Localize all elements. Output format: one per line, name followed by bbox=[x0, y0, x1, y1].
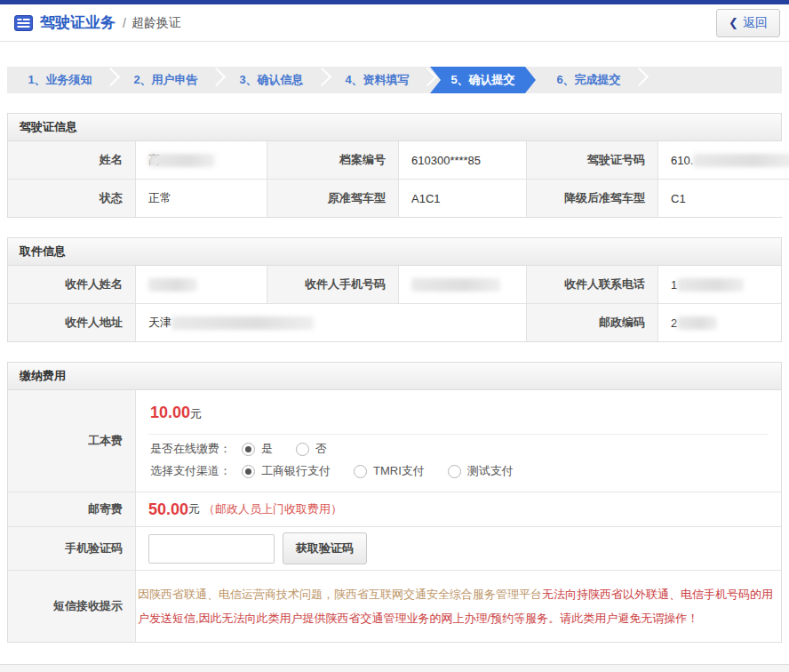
sms-code-cell: 获取验证码 bbox=[136, 527, 781, 570]
recipient-mobile-label: 收件人手机号码 bbox=[267, 266, 399, 303]
step-separator-icon bbox=[630, 68, 649, 86]
pickup-info-section: 取件信息 收件人姓名 收件人手机号码 收件人联系电话 1 收件人地址 天津 邮政… bbox=[7, 237, 782, 342]
fees-title: 缴纳费用 bbox=[8, 363, 781, 390]
status-value: 正常 bbox=[136, 180, 267, 217]
online-payment-yes-option[interactable]: 是 bbox=[242, 441, 273, 457]
back-chevron-icon: ❮ bbox=[729, 16, 738, 29]
postage-fee-unit: 元 bbox=[188, 501, 200, 517]
redacted-recipient-name bbox=[148, 278, 197, 292]
fees-section: 缴纳费用 工本费 10.00元 是否在线缴费： 是 否 bbox=[7, 362, 782, 643]
recipient-name-value bbox=[136, 266, 267, 303]
footer-action-bar: 上一步 完成 bbox=[0, 664, 789, 672]
license-info-section: 驾驶证信息 姓名 高 档案编号 610300****85 驾驶证号码 610. … bbox=[7, 113, 782, 218]
postcode-label: 邮政编码 bbox=[527, 304, 658, 341]
redacted-recipient-mobile bbox=[411, 278, 500, 292]
breadcrumb-current: 超龄换证 bbox=[132, 15, 181, 31]
card-fee-cell: 10.00元 是否在线缴费： 是 否 选择支付渠道： bbox=[136, 390, 781, 492]
online-payment-question-row: 是否在线缴费： 是 否 bbox=[148, 435, 769, 457]
payment-channel-question: 选择支付渠道： bbox=[150, 463, 231, 479]
channel-icbc-option[interactable]: 工商银行支付 bbox=[242, 463, 331, 479]
postage-fee-amount: 50.00 bbox=[148, 500, 188, 519]
license-no-value: 610. bbox=[658, 141, 789, 179]
sms-code-input[interactable] bbox=[148, 534, 275, 564]
downgraded-class-label: 降级后准驾车型 bbox=[527, 180, 658, 217]
license-info-title: 驾驶证信息 bbox=[8, 114, 781, 141]
step-4-fill-materials[interactable]: 4、资料填写 bbox=[324, 67, 430, 93]
payment-channel-row: 选择支付渠道： 工商银行支付 TMRI支付 测试支付 bbox=[148, 457, 769, 479]
recipient-mobile-value bbox=[399, 266, 527, 303]
card-fee-label: 工本费 bbox=[8, 390, 136, 492]
pickup-info-table: 收件人姓名 收件人手机号码 收件人联系电话 1 收件人地址 天津 邮政编码 2 bbox=[8, 266, 781, 341]
postage-fee-note: （邮政人员上门收取费用） bbox=[203, 501, 342, 517]
card-fee-amount-row: 10.00元 bbox=[148, 390, 769, 435]
step-3-confirm-info[interactable]: 3、确认信息 bbox=[219, 67, 324, 93]
archive-no-label: 档案编号 bbox=[267, 141, 399, 179]
step-5-confirm-submit-active[interactable]: 5、确认提交 bbox=[430, 67, 536, 93]
page-header: 驾驶证业务 / 超龄换证 ❮ 返回 bbox=[0, 4, 789, 42]
back-button[interactable]: ❮ 返回 bbox=[716, 9, 780, 37]
channel-test-option[interactable]: 测试支付 bbox=[448, 463, 514, 479]
radio-unchecked-icon[interactable] bbox=[354, 465, 367, 478]
postage-fee-label: 邮寄费 bbox=[8, 492, 136, 526]
redacted-recipient-phone bbox=[677, 278, 744, 292]
redacted-name bbox=[148, 154, 215, 167]
sms-notice-label: 短信接收提示 bbox=[8, 571, 136, 642]
step-2-user-declaration[interactable]: 2、用户申告 bbox=[113, 67, 219, 93]
sms-notice-cell: 因陕西省联通、电信运营商技术问题，陕西省互联网交通安全综合服务管理平台无法向持陕… bbox=[136, 571, 781, 642]
sms-code-label: 手机验证码 bbox=[8, 527, 136, 570]
radio-unchecked-icon[interactable] bbox=[448, 465, 461, 478]
recipient-name-label: 收件人姓名 bbox=[8, 266, 136, 303]
status-label: 状态 bbox=[8, 180, 136, 217]
pickup-info-title: 取件信息 bbox=[8, 238, 781, 266]
get-sms-code-button[interactable]: 获取验证码 bbox=[283, 532, 367, 564]
page: 驾驶证业务 / 超龄换证 ❮ 返回 1、业务须知 2、用户申告 3、确认信息 4… bbox=[0, 0, 789, 672]
recipient-phone-value: 1 bbox=[658, 266, 781, 303]
recipient-phone-label: 收件人联系电话 bbox=[527, 266, 658, 303]
downgraded-class-value: C1 bbox=[658, 180, 789, 217]
back-button-label: 返回 bbox=[743, 15, 768, 31]
step-1-business-notice[interactable]: 1、业务须知 bbox=[7, 67, 113, 93]
archive-no-value: 610300****85 bbox=[399, 141, 527, 179]
name-label: 姓名 bbox=[8, 141, 136, 179]
postcode-value: 2 bbox=[658, 304, 781, 341]
redacted-recipient-address bbox=[171, 316, 314, 330]
radio-checked-icon[interactable] bbox=[242, 465, 255, 478]
postage-fee-cell: 50.00元 （邮政人员上门收取费用） bbox=[136, 492, 781, 526]
recipient-address-label: 收件人地址 bbox=[8, 304, 136, 341]
license-no-label: 驾驶证号码 bbox=[527, 141, 658, 179]
page-title: 驾驶证业务 bbox=[40, 12, 116, 33]
fees-table: 工本费 10.00元 是否在线缴费： 是 否 选 bbox=[8, 390, 781, 642]
radio-unchecked-icon[interactable] bbox=[296, 443, 309, 456]
card-fee-unit: 元 bbox=[190, 407, 202, 420]
step-6-complete-submit[interactable]: 6、完成提交 bbox=[536, 67, 642, 93]
step-wizard: 1、业务须知 2、用户申告 3、确认信息 4、资料填写 5、确认提交 6、完成提… bbox=[7, 67, 782, 93]
card-fee-amount: 10.00 bbox=[150, 404, 190, 421]
original-class-label: 原准驾车型 bbox=[267, 180, 399, 217]
online-payment-question: 是否在线缴费： bbox=[150, 441, 231, 457]
license-business-icon bbox=[14, 15, 33, 31]
license-info-table: 姓名 高 档案编号 610300****85 驾驶证号码 610. 状态 正常 … bbox=[8, 141, 781, 217]
online-payment-no-option[interactable]: 否 bbox=[296, 441, 327, 457]
breadcrumb-separator: / bbox=[123, 16, 126, 30]
original-class-value: A1C1 bbox=[399, 180, 527, 217]
sms-notice-text-warning: 因陕西省联通、电信运营商技术问题，陕西省互联网交通安全综合服务管理平台 bbox=[138, 588, 542, 601]
redacted-license-no bbox=[693, 154, 789, 167]
redacted-postcode bbox=[677, 316, 717, 330]
recipient-address-value: 天津 bbox=[136, 304, 527, 341]
channel-tmri-option[interactable]: TMRI支付 bbox=[354, 463, 425, 479]
name-value: 高 bbox=[136, 141, 267, 179]
radio-checked-icon[interactable] bbox=[242, 443, 255, 456]
